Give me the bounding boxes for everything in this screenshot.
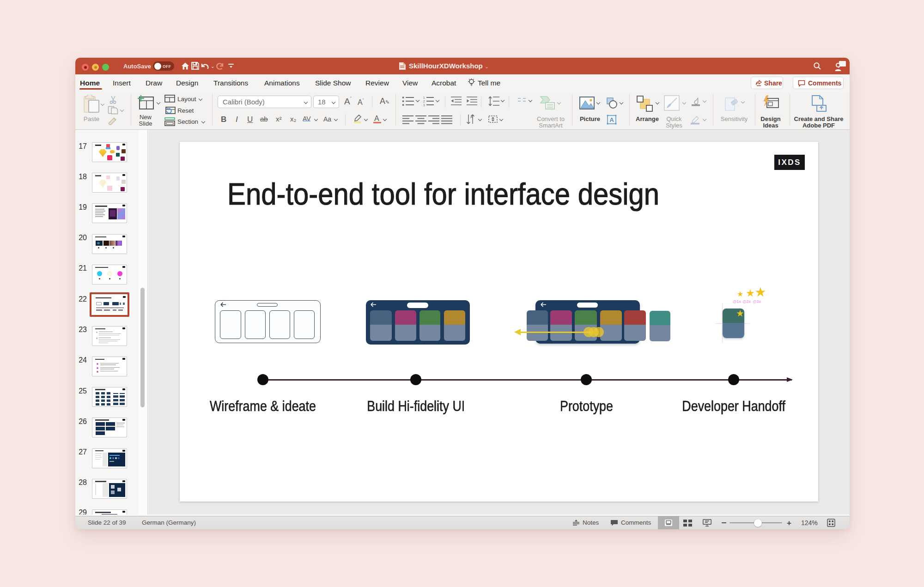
svg-text:A: A — [610, 116, 614, 123]
svg-text:A: A — [470, 115, 473, 119]
svg-text:2: 2 — [423, 100, 425, 103]
svg-text:1: 1 — [423, 96, 425, 99]
svg-text:3: 3 — [423, 103, 425, 106]
